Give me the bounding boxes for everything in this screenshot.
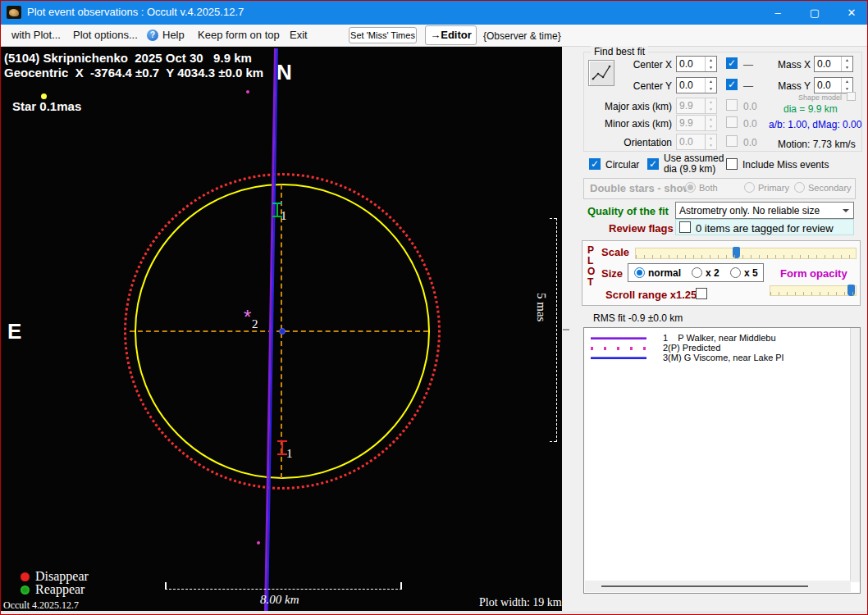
star-size-label: Star 0.1mas (12, 99, 81, 113)
center-y-value[interactable]: 0.0 (679, 80, 693, 91)
center-x-input[interactable]: 0.0 (676, 56, 717, 72)
review-flags-checkbox[interactable] (679, 221, 691, 233)
use-assumed-checkbox[interactable] (647, 158, 659, 170)
form-opacity-slider-thumb[interactable] (847, 285, 855, 296)
v-scale-label: 5 mas (534, 293, 548, 321)
scale-slider[interactable] (635, 248, 857, 259)
spinner-arrows-icon[interactable] (705, 57, 716, 71)
size-x5-radio[interactable] (730, 267, 741, 278)
quality-dropdown[interactable]: Astrometry only. No reliable size (675, 202, 854, 219)
list-vertical-scrollbar[interactable] (850, 328, 860, 582)
menu-exit[interactable]: Exit (290, 29, 308, 41)
window-bottom-edge (1, 611, 868, 615)
use-assumed-label-2: dia (9.9 km) (664, 163, 715, 175)
menu-plot-options[interactable]: Plot options... (73, 29, 138, 41)
menu-help[interactable]: Help (162, 29, 185, 41)
size-x2-label: x 2 (706, 267, 720, 279)
spinner-arrows-icon[interactable] (841, 78, 852, 93)
minor-axis-checkbox[interactable] (726, 116, 738, 128)
spinner-arrows-icon (705, 116, 716, 130)
plot-letter-t: T (587, 276, 593, 288)
reappear-legend-label: Reappear (35, 582, 85, 597)
minimize-button[interactable]: – (760, 1, 796, 25)
close-button[interactable]: ✕ (834, 1, 868, 25)
splitter-handle[interactable] (563, 329, 569, 330)
list-item[interactable]: 3(M) G Viscome, near Lake Pl (584, 353, 860, 363)
center-x-value[interactable]: 0.0 (679, 58, 693, 70)
list-item[interactable]: 1 P Walker, near Middlebu (584, 334, 860, 344)
orientation-checkbox[interactable] (726, 135, 738, 147)
menu-keep-on-top[interactable]: Keep form on top (198, 29, 280, 41)
observer-time-button[interactable]: {Observer & time} (483, 30, 561, 42)
size-normal-radio[interactable] (634, 267, 645, 278)
major-axis-checkbox[interactable] (726, 99, 738, 111)
menu-with-plot[interactable]: with Plot... (11, 29, 61, 41)
major-axis-input[interactable]: 9.9 (676, 98, 717, 114)
predicted-center-label: 2 (252, 317, 258, 331)
app-window: Plot event observations : Occult v.4.202… (0, 0, 868, 615)
title-bar[interactable]: Plot event observations : Occult v.4.202… (1, 1, 868, 25)
h-scale-tick-right (400, 582, 402, 590)
center-x-checkbox[interactable] (726, 57, 738, 69)
observer-line-swatch (591, 337, 646, 339)
observer-text: 3(M) G Viscome, near Lake Pl (663, 353, 783, 362)
minor-axis-input[interactable]: 9.9 (676, 115, 717, 131)
plot-header-line2: Geocentric X -3764.4 ±0.7 Y 4034.3 ±0.0 … (4, 66, 263, 80)
predicted-dot (257, 541, 260, 544)
observers-list[interactable]: 1 P Walker, near Middlebu 2(P) Predicted… (583, 327, 861, 594)
center-y-input[interactable]: 0.0 (676, 77, 717, 93)
mass-x-input[interactable]: 0.0 (814, 56, 853, 72)
h-scale-label: 8.00 km (260, 593, 299, 607)
use-assumed-label-1: Use assumed (664, 153, 724, 164)
v-scale-tick-top (550, 218, 556, 219)
center-x-dash: — (743, 59, 753, 71)
spinner-arrows-icon (705, 134, 716, 149)
scale-slider-thumb[interactable] (733, 247, 740, 258)
diameter-text: dia = 9.9 km (783, 103, 838, 115)
fit-chart-icon-button[interactable] (588, 60, 614, 86)
double-secondary-radio[interactable] (794, 182, 805, 193)
editor-button[interactable]: →Editor (425, 25, 477, 45)
help-icon[interactable]: ? (147, 30, 158, 41)
center-y-dash: — (743, 80, 753, 92)
list-horizontal-scrollbar[interactable] (585, 581, 851, 592)
observer-line-swatch (591, 357, 646, 359)
mass-x-value[interactable]: 0.0 (817, 58, 831, 70)
double-primary-label: Primary (758, 183, 789, 193)
chevron-down-icon (843, 209, 849, 216)
v-scale-line (556, 218, 557, 442)
review-flags-label: Review flags (609, 222, 674, 235)
disappear-legend-dot (21, 572, 30, 581)
maximize-button[interactable]: ▢ (797, 1, 833, 25)
spinner-arrows-icon[interactable] (841, 57, 852, 71)
include-miss-checkbox[interactable] (726, 158, 738, 170)
circular-checkbox[interactable] (589, 158, 601, 170)
window-title: Plot event observations : Occult v.4.202… (27, 6, 244, 18)
ellipse-center-dot (279, 328, 286, 335)
mass-y-input[interactable]: 0.0 (814, 77, 853, 93)
shape-model-label: Shape model (798, 93, 842, 102)
ab-dmag-text: a/b: 1.00, dMag: 0.00 (769, 119, 861, 130)
v-scale-tick-bottom (550, 441, 556, 442)
double-both-radio[interactable] (685, 182, 696, 193)
minor-axis-label: Minor axis (km) (590, 118, 672, 130)
orientation-input[interactable]: 0.0 (676, 134, 717, 150)
mass-x-label: Mass X (774, 59, 811, 71)
mass-y-value[interactable]: 0.0 (817, 80, 831, 91)
set-miss-times-button[interactable]: Set 'Miss' Times (349, 27, 417, 43)
east-label: E (7, 319, 21, 344)
center-y-checkbox[interactable] (726, 79, 738, 90)
orientation-aux: 0.0 (743, 137, 757, 148)
reappear-marker-label: 1 (281, 209, 287, 223)
predicted-dot (246, 90, 249, 93)
quality-label: Quality of the fit (587, 205, 669, 217)
double-secondary-label: Secondary (808, 183, 852, 193)
plot-canvas[interactable]: (5104) Skripnichenko 2025 Oct 30 9.9 km … (1, 47, 562, 615)
shape-model-checkbox[interactable] (847, 92, 856, 101)
double-primary-radio[interactable] (744, 182, 755, 193)
plot-letter-o: O (587, 266, 595, 277)
form-opacity-slider[interactable] (770, 285, 857, 296)
spinner-arrows-icon[interactable] (705, 78, 716, 93)
size-x2-radio[interactable] (692, 267, 702, 278)
scroll-range-checkbox[interactable] (696, 288, 707, 299)
